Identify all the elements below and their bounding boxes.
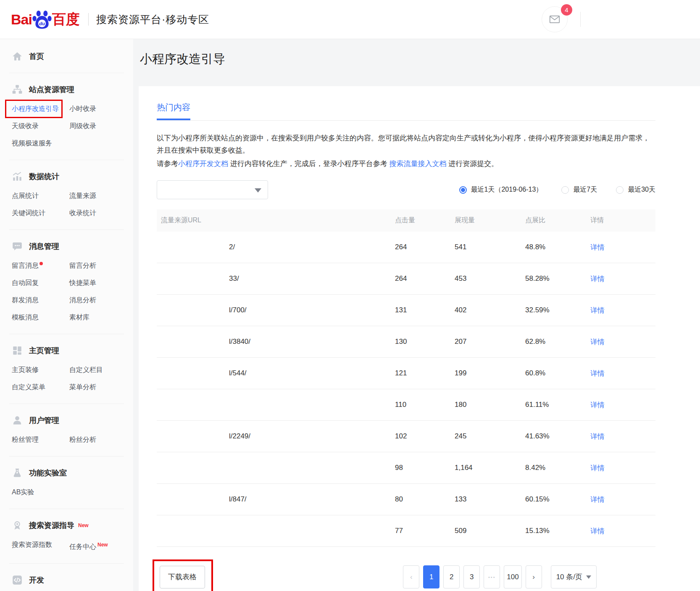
medal-icon xyxy=(12,520,23,531)
sidebar-item-menu-analysis[interactable]: 菜单分析 xyxy=(69,383,96,391)
sidebar-item-keyword-stats[interactable]: 关键词统计 xyxy=(12,209,45,217)
bar-chart-icon xyxy=(12,171,23,182)
sidebar-item-ab-test[interactable]: AB实验 xyxy=(12,488,34,496)
page-size-select[interactable]: 10 条/页 xyxy=(551,565,597,588)
sidebar-item-search-index[interactable]: 搜索资源指数 xyxy=(12,541,52,551)
sidebar-item-broadcast[interactable]: 群发消息 xyxy=(12,296,39,304)
table-row: 98 1,164 8.42% 详情 xyxy=(157,452,655,484)
sidebar-item-traffic-source[interactable]: 流量来源 xyxy=(69,192,96,200)
sidebar-item-custom-column[interactable]: 自定义栏目 xyxy=(69,366,103,374)
detail-link[interactable]: 详情 xyxy=(590,243,605,251)
section-header: 主页管理 xyxy=(12,345,124,356)
site-select-dropdown[interactable] xyxy=(157,180,268,199)
sidebar: 首页 站点资源管理 小程序改造引导 小时收录 天级收录 周级收录 xyxy=(0,39,133,591)
sidebar-item-quick-menu[interactable]: 快捷菜单 xyxy=(69,279,96,287)
baidu-logo[interactable]: Bai du 百度 xyxy=(11,10,80,29)
radio-last-1-day[interactable]: 最近1天（2019-06-13） xyxy=(459,185,543,194)
radio-last-30-days[interactable]: 最近30天 xyxy=(616,185,655,194)
chevron-down-icon xyxy=(586,575,591,579)
search-traffic-doc-link[interactable]: 搜索流量接入文档 xyxy=(389,160,446,168)
detail-link[interactable]: 详情 xyxy=(590,433,605,441)
col-detail: 详情 xyxy=(586,216,655,225)
mail-button[interactable]: 4 xyxy=(542,6,568,32)
flask-icon xyxy=(12,467,23,478)
radio-dot xyxy=(616,186,624,194)
main-content: 小程序改造引导 热门内容 以下为小程序所关联站点的资源中，在搜索受到用户较多关注… xyxy=(133,39,700,591)
table-row: 33/ 264 453 58.28% 详情 xyxy=(157,263,655,295)
clicks-value: 102 xyxy=(391,432,450,441)
sidebar-item-comment-analysis[interactable]: 留言分析 xyxy=(69,261,96,270)
sidebar-item-fans-manage[interactable]: 粉丝管理 xyxy=(12,435,39,444)
pagination-page-2[interactable]: 2 xyxy=(443,565,460,588)
pagination-page-100[interactable]: 100 xyxy=(504,565,521,588)
url-fragment: l/700/ xyxy=(229,306,247,314)
sidebar-item-homepage-decor[interactable]: 主页装修 xyxy=(12,366,39,374)
ratio-value: 41.63% xyxy=(521,432,586,441)
message-icon xyxy=(12,241,23,252)
section-title: 消息管理 xyxy=(29,241,59,251)
col-clicks: 点击量 xyxy=(391,216,450,225)
impressions-value: 133 xyxy=(450,495,521,504)
download-table-button[interactable]: 下载表格 xyxy=(160,566,205,588)
detail-link[interactable]: 详情 xyxy=(590,401,605,409)
clicks-value: 110 xyxy=(391,401,450,409)
radio-dot xyxy=(561,186,569,194)
sidebar-item-home[interactable]: 首页 xyxy=(0,39,133,73)
sidebar-item-index-stats[interactable]: 收录统计 xyxy=(69,209,96,217)
detail-link[interactable]: 详情 xyxy=(590,338,605,346)
tab-hot-content[interactable]: 热门内容 xyxy=(157,102,190,120)
sidebar-item-auto-reply[interactable]: 自动回复 xyxy=(12,279,39,287)
sidebar-item-custom-menu[interactable]: 自定义菜单 xyxy=(12,383,45,391)
pagination-prev-button[interactable]: ‹ xyxy=(403,565,419,588)
sidebar-item-message-analysis[interactable]: 消息分析 xyxy=(69,296,96,304)
ratio-value: 8.42% xyxy=(521,464,586,472)
page-size-label: 10 条/页 xyxy=(556,572,582,582)
sidebar-item-fans-analysis[interactable]: 粉丝分析 xyxy=(69,435,96,444)
radio-label: 最近30天 xyxy=(628,185,655,194)
pagination-ellipsis[interactable]: ••• xyxy=(484,565,500,588)
sidebar-item-weekly-index[interactable]: 周级收录 xyxy=(69,122,96,130)
detail-link[interactable]: 详情 xyxy=(590,464,605,472)
sidebar-section-dev: 开发 开发设置 接口权限 xyxy=(9,563,124,591)
sidebar-item-media-library[interactable]: 素材库 xyxy=(69,313,89,322)
detail-link[interactable]: 详情 xyxy=(590,527,605,535)
col-url: 流量来源URL xyxy=(157,216,391,225)
sidebar-item-hourly-index[interactable]: 小时收录 xyxy=(69,105,96,113)
desc-middle: 进行内容转化生产，完成后，登录小程序平台参考 xyxy=(228,160,389,168)
sidebar-home-label: 首页 xyxy=(29,51,44,61)
detail-link[interactable]: 详情 xyxy=(590,275,605,283)
radio-label: 最近1天（2019-06-13） xyxy=(471,185,543,194)
sidebar-item-daily-index[interactable]: 天级收录 xyxy=(12,122,39,130)
page-title: 小程序改造引导 xyxy=(140,50,700,67)
clicks-value: 98 xyxy=(391,464,450,472)
sidebar-item-comments[interactable]: 留言消息 xyxy=(12,261,43,270)
sidebar-item-task-center[interactable]: 任务中心New xyxy=(69,541,108,551)
radio-last-7-days[interactable]: 最近7天 xyxy=(561,185,597,194)
section-title: 开发 xyxy=(29,575,44,585)
sidebar-item-miniapp-guide[interactable]: 小程序改造引导 xyxy=(12,105,59,113)
pagination-page-1[interactable]: 1 xyxy=(423,565,439,588)
sidebar-item-click-stats[interactable]: 点展统计 xyxy=(12,192,39,200)
table-row: l/544/ 121 199 60.8% 详情 xyxy=(157,358,655,389)
sidebar-item-video-service[interactable]: 视频极速服务 xyxy=(12,139,52,148)
table-row: 110 180 61.11% 详情 xyxy=(157,389,655,421)
clicks-value: 264 xyxy=(391,243,450,251)
header-divider xyxy=(580,12,581,27)
table-row: l/3840/ 130 207 62.8% 详情 xyxy=(157,326,655,358)
detail-link[interactable]: 详情 xyxy=(590,496,605,504)
sidebar-section-site-resources: 站点资源管理 小程序改造引导 小时收录 天级收录 周级收录 视频极速服务 xyxy=(9,73,124,160)
logo-text-du: du xyxy=(39,21,45,26)
impressions-value: 1,164 xyxy=(450,464,521,472)
detail-link[interactable]: 详情 xyxy=(590,306,605,314)
miniapp-dev-doc-link[interactable]: 小程序开发文档 xyxy=(178,160,228,168)
ratio-value: 32.59% xyxy=(521,306,586,314)
sidebar-item-template-message[interactable]: 模板消息 xyxy=(12,313,39,322)
impressions-value: 245 xyxy=(450,432,521,441)
pagination-page-3[interactable]: 3 xyxy=(463,565,480,588)
pagination-next-button[interactable]: › xyxy=(526,565,542,588)
ratio-value: 60.8% xyxy=(521,369,586,377)
detail-link[interactable]: 详情 xyxy=(590,369,605,377)
tab-bar: 热门内容 xyxy=(157,86,655,121)
impressions-value: 453 xyxy=(450,274,521,283)
radio-label: 最近7天 xyxy=(573,185,597,194)
